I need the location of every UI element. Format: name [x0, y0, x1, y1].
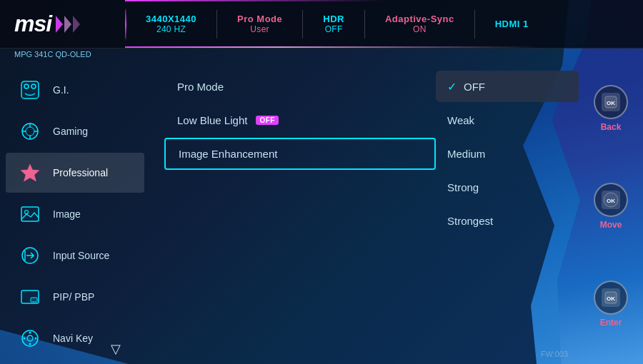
- nav-move-wrap: OK Move: [594, 183, 628, 230]
- nav-controls: OK Back OK Move: [579, 49, 643, 364]
- menu-item-low-blue-light[interactable]: Low Blue Light OFF: [164, 104, 436, 136]
- pro-mode-label: User: [250, 24, 269, 34]
- svg-point-15: [24, 338, 26, 340]
- gaming-icon: [17, 118, 43, 144]
- chevron-2: [64, 16, 71, 33]
- svg-text:OK: OK: [607, 295, 615, 302]
- sidebar-item-image-label: Image: [53, 208, 81, 220]
- sidebar-item-pip-pbp[interactable]: PIP/ PBP: [6, 277, 144, 317]
- svg-text:OK: OK: [607, 198, 615, 204]
- menu-item-image-enhancement-label: Image Enhancement: [179, 148, 277, 160]
- option-strong-label: Strong: [447, 181, 479, 193]
- option-off[interactable]: ✓ OFF: [436, 71, 579, 102]
- sidebar-item-navi-key-label: Navi Key: [53, 333, 93, 344]
- svg-text:OK: OK: [607, 100, 615, 106]
- menu-item-pro-mode[interactable]: Pro Mode: [164, 71, 436, 102]
- sidebar: G.I. Gaming Professional: [0, 49, 150, 364]
- msi-chevrons: [56, 16, 80, 33]
- svg-rect-10: [31, 298, 37, 302]
- option-weak-label: Weak: [447, 114, 474, 126]
- option-strong[interactable]: Strong: [436, 171, 579, 203]
- enter-button-inner: OK: [602, 288, 620, 307]
- svg-point-16: [35, 338, 37, 340]
- option-off-checkmark: ✓: [447, 80, 457, 93]
- hdmi-value: HDMI 1: [495, 19, 529, 29]
- menu-item-pro-mode-label: Pro Mode: [177, 81, 224, 93]
- sidebar-item-image[interactable]: Image: [6, 194, 144, 234]
- back-button[interactable]: OK: [594, 85, 628, 119]
- enter-button[interactable]: OK: [594, 280, 628, 315]
- sidebar-item-professional-label: Professional: [53, 167, 108, 178]
- header-stat-hdmi: HDMI 1: [475, 19, 549, 29]
- low-blue-light-badge: OFF: [256, 116, 279, 125]
- adaptive-sync-label: ON: [413, 24, 427, 34]
- move-button-inner: OK: [602, 191, 620, 209]
- svg-marker-5: [21, 164, 39, 181]
- hdr-label: OFF: [325, 24, 343, 34]
- menu-item-low-blue-light-label: Low Blue Light: [177, 114, 247, 126]
- pro-mode-value: Pro Mode: [237, 14, 282, 24]
- header-bar: msi 3440X1440 240 HZ Pro Mode User HDR O…: [0, 0, 643, 49]
- header-accent-line: [125, 46, 643, 48]
- resolution-value: 3440X1440: [146, 14, 196, 24]
- chevron-1: [56, 16, 63, 33]
- bottom-nav: ▽: [111, 341, 121, 357]
- sidebar-item-pip-pbp-label: PIP/ PBP: [53, 291, 94, 303]
- move-button[interactable]: OK: [594, 183, 628, 217]
- svg-point-14: [29, 343, 31, 345]
- sidebar-item-gi-label: G.I.: [53, 84, 69, 96]
- sidebar-item-gi[interactable]: G.I.: [6, 70, 144, 110]
- header-stat-adaptive-sync: Adaptive-Sync ON: [365, 14, 474, 34]
- header-stat-pro-mode: Pro Mode User: [217, 14, 302, 34]
- back-label: Back: [601, 122, 622, 132]
- navi-key-icon: [17, 325, 43, 351]
- nav-enter-wrap: OK Enter: [594, 280, 628, 328]
- header-stat-hdr: HDR OFF: [303, 14, 364, 34]
- header-top-accent: [125, 0, 643, 1]
- right-options-panel: ✓ OFF Weak Medium Strong Strongest: [436, 49, 579, 364]
- firmware-label: FW:003: [541, 350, 568, 358]
- sidebar-item-input-source-label: Input Source: [53, 250, 109, 261]
- monitor-label: MPG 341C QD-OLED: [14, 50, 91, 59]
- option-medium-label: Medium: [447, 148, 485, 160]
- sidebar-item-navi-key[interactable]: Navi Key: [6, 318, 144, 358]
- pip-pbp-icon: [17, 284, 43, 310]
- msi-logo: msi: [14, 11, 80, 37]
- main-content: G.I. Gaming Professional: [0, 49, 643, 364]
- menu-item-image-enhancement[interactable]: Image Enhancement: [164, 138, 436, 170]
- scroll-down-arrow[interactable]: ▽: [111, 342, 121, 356]
- sidebar-item-input-source[interactable]: Input Source: [6, 236, 144, 275]
- msi-logo-text: msi: [14, 11, 51, 37]
- option-medium[interactable]: Medium: [436, 138, 579, 169]
- enter-label: Enter: [600, 318, 622, 328]
- svg-point-13: [29, 332, 31, 334]
- hdr-value: HDR: [323, 14, 344, 24]
- option-off-label: OFF: [464, 81, 485, 93]
- image-icon: [17, 201, 43, 227]
- gi-icon: [17, 77, 43, 103]
- option-strongest-label: Strongest: [447, 215, 493, 227]
- sidebar-item-gaming-label: Gaming: [53, 126, 88, 137]
- logo-area: msi: [0, 11, 125, 37]
- header-stat-resolution: 3440X1440 240 HZ: [126, 14, 216, 34]
- back-button-inner: OK: [602, 93, 620, 111]
- resolution-label: 240 HZ: [156, 24, 186, 34]
- option-weak[interactable]: Weak: [436, 104, 579, 136]
- center-menu: Pro Mode Low Blue Light OFF Image Enhanc…: [150, 49, 436, 364]
- chevron-3: [73, 16, 80, 33]
- option-strongest[interactable]: Strongest: [436, 205, 579, 236]
- sidebar-item-gaming[interactable]: Gaming: [6, 111, 144, 151]
- move-label: Move: [600, 220, 622, 230]
- sidebar-item-professional[interactable]: Professional: [6, 153, 144, 193]
- nav-back-wrap: OK Back: [594, 85, 628, 132]
- adaptive-sync-value: Adaptive-Sync: [385, 14, 454, 24]
- professional-icon: [17, 160, 43, 186]
- svg-rect-0: [21, 81, 39, 98]
- input-source-icon: [17, 243, 43, 268]
